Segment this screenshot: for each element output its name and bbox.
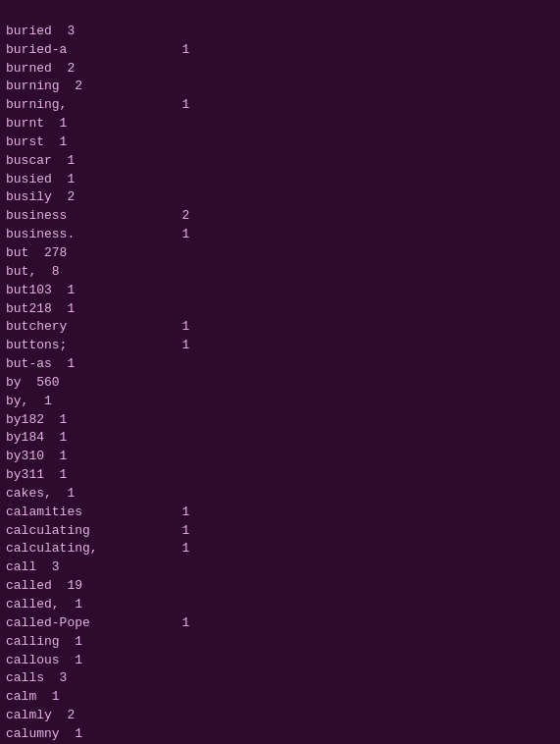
list-item: called-Pope 1 [6, 614, 554, 633]
list-item: calamities 1 [6, 504, 554, 522]
list-item: buttons; 1 [6, 337, 554, 355]
list-item: buried-a 1 [6, 41, 554, 60]
list-item: calumny 1 [6, 725, 554, 744]
list-item: but, 8 [6, 263, 554, 282]
list-item: busied 1 [6, 171, 554, 189]
list-item: called, 1 [6, 596, 554, 614]
list-item: business. 1 [6, 226, 554, 244]
list-item: by311 1 [6, 466, 554, 485]
list-item: calmly 2 [6, 707, 554, 725]
list-item: by184 1 [6, 429, 554, 448]
list-item: burning, 1 [6, 96, 554, 115]
list-item: but-as 1 [6, 355, 554, 374]
list-item: calls 3 [6, 669, 554, 688]
list-item: butchery 1 [6, 318, 554, 337]
list-item: callous 1 [6, 652, 554, 670]
list-item: calling 1 [6, 633, 554, 652]
list-item: cakes, 1 [6, 485, 554, 504]
list-item: burst 1 [6, 133, 554, 152]
word-frequency-list: buried 3buried-a 1burned 2burning 2burni… [6, 4, 554, 744]
list-item: business 2 [6, 207, 554, 226]
list-item: busily 2 [6, 188, 554, 207]
list-item: burnt 1 [6, 115, 554, 133]
list-item: by182 1 [6, 411, 554, 430]
list-item: but103 1 [6, 282, 554, 300]
list-item: calculating 1 [6, 522, 554, 541]
list-item: called 19 [6, 577, 554, 596]
list-item: but 278 [6, 244, 554, 263]
list-item: calculating, 1 [6, 540, 554, 558]
list-item: but218 1 [6, 300, 554, 319]
list-item: call 3 [6, 558, 554, 577]
list-item: calm 1 [6, 688, 554, 707]
list-item: by, 1 [6, 393, 554, 411]
list-item: burned 2 [6, 60, 554, 79]
list-item: burning 2 [6, 78, 554, 96]
list-item: buscar 1 [6, 152, 554, 171]
list-item: by310 1 [6, 448, 554, 466]
list-item: by 560 [6, 374, 554, 393]
list-item: buried 3 [6, 23, 554, 41]
